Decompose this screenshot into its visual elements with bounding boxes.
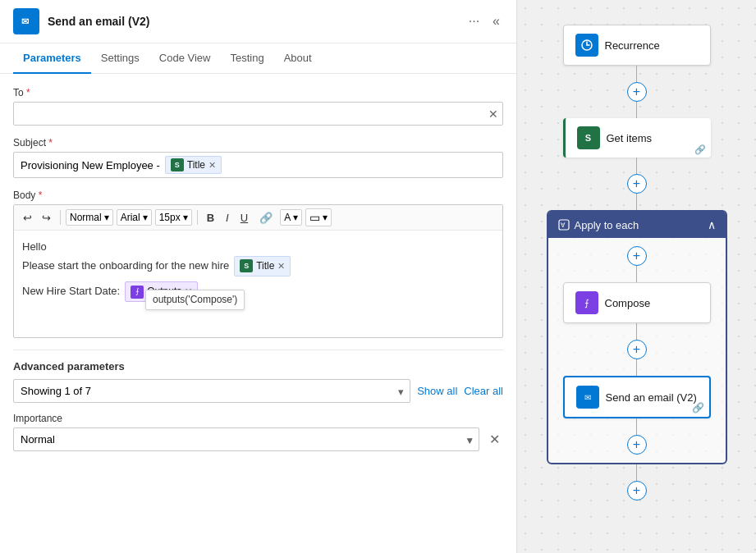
body-line1: Hello <box>22 239 494 256</box>
body-title-token-remove[interactable]: ✕ <box>277 262 285 271</box>
editor-content[interactable]: Hello Please start the onboarding for th… <box>14 231 502 337</box>
showing-select[interactable]: Showing 1 of 7 <box>13 379 410 403</box>
panel-title: Send an email (V2) <box>48 15 457 28</box>
underline-button[interactable]: U <box>236 210 252 226</box>
apply-each-collapse-btn[interactable]: ∧ <box>708 218 716 231</box>
separator-1 <box>60 210 61 225</box>
app-icon: ✉ <box>13 8 39 34</box>
flow-container: Recurrence + S Get items 🔗 + ∀ <box>534 16 740 500</box>
editor-toolbar: ↩ ↪ Normal ▾ Arial ▾ 15px ▾ <box>14 205 502 231</box>
to-field-group: To * ✕ <box>13 87 503 126</box>
header-actions: ··· « <box>465 13 503 30</box>
add-btn-1[interactable]: + <box>627 82 647 102</box>
recurrence-node[interactable]: Recurrence <box>563 25 711 66</box>
add-btn-inner-1[interactable]: + <box>627 246 647 266</box>
subject-label: Subject * <box>13 137 503 149</box>
clear-all-button[interactable]: Clear all <box>464 385 503 397</box>
subject-token-label: Title <box>187 159 205 171</box>
importance-field-group: Importance Normal High Low ▾ ✕ <box>13 413 503 451</box>
add-btn-inner-3[interactable]: + <box>627 435 647 455</box>
font-select[interactable]: Arial ▾ <box>117 209 152 226</box>
line-final <box>636 464 637 481</box>
tabs-bar: Parameters Settings Code View Testing Ab… <box>0 43 516 74</box>
subject-field-group: Subject * Provisioning New Employee - S … <box>13 137 503 178</box>
collapse-button[interactable]: « <box>489 13 503 30</box>
send-email-icon: ✉ <box>576 386 599 409</box>
body-title-token: S Title ✕ <box>234 256 291 276</box>
to-input[interactable] <box>13 102 503 126</box>
add-btn-inner-2[interactable]: + <box>627 340 647 359</box>
left-panel: ✉ Send an email (V2) ··· « Parameters Se… <box>0 0 517 553</box>
font-color-select[interactable]: A ▾ <box>280 209 302 226</box>
line-2 <box>636 102 637 118</box>
to-clear-button[interactable]: ✕ <box>488 107 498 121</box>
body-field-group: Body * ↩ ↪ Normal ▾ Arial ▾ <box>13 190 503 338</box>
connector-final: + <box>627 464 647 500</box>
importance-clear-button[interactable]: ✕ <box>486 432 503 448</box>
tab-testing[interactable]: Testing <box>220 43 273 74</box>
to-label: To * <box>13 87 503 98</box>
connector-after-send: + <box>627 418 647 455</box>
get-items-label: Get items <box>607 132 653 144</box>
advanced-header: Advanced parameters <box>13 360 503 372</box>
tab-about[interactable]: About <box>274 43 322 74</box>
subject-title-token: S Title ✕ <box>165 156 222 174</box>
panel-header: ✉ Send an email (V2) ··· « <box>0 0 516 43</box>
get-items-node[interactable]: S Get items 🔗 <box>563 118 711 158</box>
body-label: Body * <box>13 190 503 201</box>
highlight-select[interactable]: ▭ ▾ <box>305 208 332 226</box>
importance-label: Importance <box>13 413 503 424</box>
apply-each-container: ∀ Apply to each ∧ + ⨍ Compose + <box>547 210 727 464</box>
outputs-token-icon: ⨍ <box>131 286 144 299</box>
apply-each-icon: ∀ <box>558 219 570 231</box>
svg-text:✉: ✉ <box>21 16 29 26</box>
importance-select[interactable]: Normal High Low <box>13 427 479 451</box>
get-items-chain: 🔗 <box>694 144 706 155</box>
separator-2 <box>197 210 198 225</box>
show-all-button[interactable]: Show all <box>417 385 457 397</box>
recurrence-icon <box>575 34 598 57</box>
line-3 <box>636 158 637 174</box>
compose-label: Compose <box>605 297 651 309</box>
sharepoint-token-icon: S <box>171 158 184 171</box>
tab-code-view[interactable]: Code View <box>149 43 221 74</box>
showing-select-wrapper: Showing 1 of 7 <box>13 379 410 403</box>
subject-token-remove[interactable]: ✕ <box>208 161 216 170</box>
to-input-wrapper: ✕ <box>13 102 503 126</box>
line-inner-1 <box>636 266 637 282</box>
italic-button[interactable]: I <box>222 210 233 226</box>
importance-row: Normal High Low ▾ ✕ <box>13 427 503 451</box>
get-items-icon: S <box>577 126 600 149</box>
recurrence-label: Recurrence <box>605 39 660 52</box>
line-inner-2 <box>636 323 637 340</box>
add-btn-final[interactable]: + <box>627 481 647 500</box>
link-button[interactable]: 🔗 <box>255 210 277 226</box>
redo-button[interactable]: ↪ <box>38 210 55 226</box>
more-options-button[interactable]: ··· <box>465 13 483 30</box>
send-email-node[interactable]: ✉ Send an email (V2) 🔗 <box>563 376 711 418</box>
undo-button[interactable]: ↩ <box>19 210 36 226</box>
send-email-label: Send an email (V2) <box>606 391 697 404</box>
bold-button[interactable]: B <box>203 210 218 226</box>
compose-icon: ⨍ <box>575 291 598 314</box>
line-4 <box>636 194 637 210</box>
right-panel: Recurrence + S Get items 🔗 + ∀ <box>517 0 756 553</box>
style-select[interactable]: Normal ▾ <box>66 209 113 226</box>
apply-each-inner: + ⨍ Compose + ✉ Send an email (V2) 🔗 <box>557 246 717 455</box>
compose-node[interactable]: ⨍ Compose <box>563 282 711 323</box>
showing-row: Showing 1 of 7 Show all Clear all <box>13 379 503 403</box>
subject-input[interactable]: Provisioning New Employee - S Title ✕ <box>13 152 503 178</box>
body-sharepoint-icon: S <box>240 259 253 272</box>
body-editor: ↩ ↪ Normal ▾ Arial ▾ 15px ▾ <box>13 204 503 338</box>
size-select[interactable]: 15px ▾ <box>155 209 192 226</box>
connector-2: + <box>627 158 647 210</box>
add-btn-2[interactable]: + <box>627 174 647 194</box>
tab-parameters[interactable]: Parameters <box>13 43 91 74</box>
compose-tooltip: outputs('Compose') <box>145 290 245 310</box>
tab-settings[interactable]: Settings <box>91 43 149 74</box>
line-inner-3 <box>636 359 637 376</box>
connector-inner: + <box>627 323 647 376</box>
subject-prefix-text: Provisioning New Employee - <box>21 159 160 171</box>
connector-1: + <box>627 66 647 118</box>
body-hire-line: New Hire Start Date: ⨍ Outputs ✕ <box>22 281 494 302</box>
